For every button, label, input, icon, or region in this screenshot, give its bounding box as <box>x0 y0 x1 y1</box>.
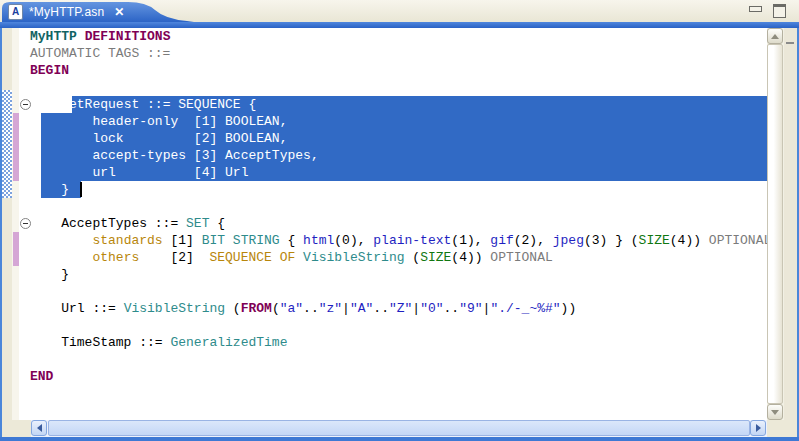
code-token: standards <box>92 233 162 248</box>
maximize-button[interactable] <box>771 4 787 17</box>
code-token: "0" <box>420 301 443 316</box>
code-token: , <box>280 131 288 146</box>
code-token: (2), <box>514 233 553 248</box>
editor-content: MyHTTP DEFINITIONSAUTOMATIC TAGS ::=BEGI… <box>0 28 799 420</box>
code-token: gif <box>490 233 513 248</box>
code-token: header-only <box>92 114 178 129</box>
code-token <box>30 131 92 146</box>
code-token: SEQUENCE <box>178 97 240 112</box>
close-icon[interactable]: ✕ <box>114 5 124 19</box>
code-token: AcceptTypes ::= <box>30 216 186 231</box>
arrow-right-icon <box>756 424 761 432</box>
code-token: SEQUENCE OF <box>209 250 295 265</box>
code-token: jpeg <box>553 233 584 248</box>
code-line[interactable]: Url ::= VisibleString (FROM("a".."z"|"A"… <box>30 300 767 317</box>
code-token: { <box>241 97 257 112</box>
code-line[interactable]: header-only [1] BOOLEAN, <box>30 113 767 130</box>
code-token: others <box>92 250 139 265</box>
code-token: FROM <box>241 301 272 316</box>
scroll-up-button[interactable] <box>767 28 783 44</box>
code-token: SET <box>186 216 209 231</box>
code-token: VisibleString <box>124 301 225 316</box>
code-token: Url <box>225 165 248 180</box>
code-line[interactable] <box>30 351 767 368</box>
code-token <box>30 250 92 265</box>
code-token: ( <box>405 250 421 265</box>
vertical-scrollbar[interactable] <box>767 28 784 420</box>
code-line[interactable] <box>30 283 767 300</box>
code-token: BIT STRING <box>202 233 280 248</box>
code-area[interactable]: MyHTTP DEFINITIONSAUTOMATIC TAGS ::=BEGI… <box>19 28 767 385</box>
code-line[interactable]: } <box>30 181 767 198</box>
fold-toggle[interactable] <box>20 218 31 229</box>
code-token: [4] <box>116 165 225 180</box>
annotation-ruler[interactable] <box>2 28 12 420</box>
code-line[interactable]: others [2] SEQUENCE OF VisibleString (SI… <box>30 249 767 266</box>
code-token: BOOLEAN <box>225 114 280 129</box>
code-token: END <box>30 369 53 384</box>
code-line[interactable]: url [4] Url <box>30 164 767 181</box>
code-token: VisibleString <box>303 250 404 265</box>
code-token: , <box>311 148 319 163</box>
code-token: { <box>209 216 225 231</box>
horizontal-scroll-thumb[interactable] <box>48 420 750 436</box>
code-line[interactable]: lock [2] BOOLEAN, <box>30 130 767 147</box>
scroll-down-button[interactable] <box>767 404 783 420</box>
horizontal-scrollbar-row <box>0 420 799 437</box>
code-token: "z" <box>319 301 342 316</box>
code-line[interactable]: accept-types [3] AcceptTypes, <box>30 147 767 164</box>
overview-marker[interactable] <box>786 42 794 44</box>
code-token: [2] <box>124 131 225 146</box>
code-token <box>30 97 61 112</box>
code-token: (3) } ( <box>584 233 639 248</box>
code-token <box>30 148 92 163</box>
code-token: | <box>412 301 420 316</box>
code-token: [1] <box>178 114 225 129</box>
asn-file-icon: A <box>8 4 23 20</box>
code-token: (4)) <box>670 233 709 248</box>
code-token: .. <box>303 301 319 316</box>
code-token: "Z" <box>389 301 412 316</box>
code-token: (1), <box>451 233 490 248</box>
minimize-icon <box>749 6 762 12</box>
scroll-right-button[interactable] <box>750 420 766 436</box>
code-token: accept-types <box>92 148 186 163</box>
minimize-button[interactable] <box>747 4 763 17</box>
code-line[interactable] <box>30 79 767 96</box>
code-line[interactable]: END <box>30 368 767 385</box>
fold-toggle[interactable] <box>20 99 31 110</box>
quickdiff-ruler[interactable] <box>12 28 19 420</box>
code-line[interactable] <box>30 198 767 215</box>
editor-pane[interactable]: MyHTTP DEFINITIONSAUTOMATIC TAGS ::=BEGI… <box>19 28 767 420</box>
code-line[interactable]: standards [1] BIT STRING { html(0), plai… <box>30 232 767 249</box>
code-line[interactable]: TimeStamp ::= GeneralizedTime <box>30 334 767 351</box>
code-token: SIZE <box>639 233 670 248</box>
code-line[interactable]: GetRequest ::= SEQUENCE { <box>30 96 767 113</box>
code-line[interactable]: AcceptTypes ::= SET { <box>30 215 767 232</box>
code-line[interactable]: } <box>30 266 767 283</box>
code-token <box>77 29 85 44</box>
scrollbar-corner <box>767 420 797 437</box>
code-token: "9" <box>459 301 482 316</box>
code-token: } <box>30 182 69 197</box>
code-token: SIZE <box>420 250 451 265</box>
code-token: "A" <box>350 301 373 316</box>
code-token: AUTOMATIC TAGS ::= <box>30 46 170 61</box>
code-token: | <box>342 301 350 316</box>
vertical-scroll-thumb[interactable] <box>767 44 783 404</box>
code-line[interactable]: AUTOMATIC TAGS ::= <box>30 45 767 62</box>
code-line[interactable]: MyHTTP DEFINITIONS <box>30 28 767 45</box>
horizontal-scrollbar[interactable] <box>31 420 767 437</box>
code-token: BEGIN <box>30 63 69 78</box>
code-line[interactable] <box>30 317 767 334</box>
code-line[interactable]: BEGIN <box>30 62 767 79</box>
editor-tab[interactable]: A *MyHTTP.asn ✕ <box>8 3 124 21</box>
code-token <box>30 114 92 129</box>
scroll-left-button[interactable] <box>31 420 47 436</box>
code-token: )) <box>561 301 577 316</box>
code-token <box>30 233 92 248</box>
editor-window: A *MyHTTP.asn ✕ MyHTTP DEFINITIONSAUTOMA… <box>0 0 799 441</box>
overview-ruler[interactable] <box>784 28 797 420</box>
arrow-left-icon <box>37 424 42 432</box>
code-token: ( <box>225 301 241 316</box>
